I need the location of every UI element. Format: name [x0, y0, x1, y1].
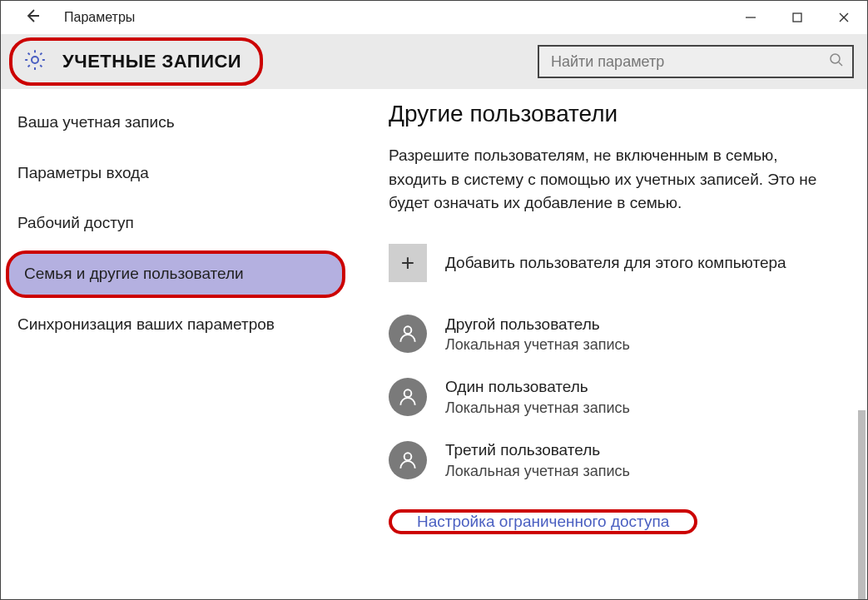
avatar-icon [389, 315, 427, 353]
plus-icon: + [389, 244, 427, 282]
sidebar-item-label: Синхронизация ваших параметров [17, 315, 275, 333]
user-subtitle: Локальная учетная запись [445, 461, 630, 481]
svg-point-7 [404, 327, 412, 335]
sidebar-item-label: Ваша учетная запись [17, 113, 175, 131]
svg-point-5 [831, 54, 840, 63]
sidebar-item-label: Параметры входа [17, 164, 149, 181]
section-description: Разрешите пользователям, не включенным в… [389, 144, 837, 216]
minimize-button[interactable] [727, 1, 774, 34]
titlebar: Параметры [1, 1, 867, 34]
sidebar-item-sync-settings[interactable]: Синхронизация ваших параметров [1, 300, 350, 350]
assigned-access-link[interactable]: Настройка ограниченного доступа [392, 503, 694, 540]
window-controls [727, 1, 867, 34]
search-icon [829, 52, 844, 71]
header-band: УЧЕТНЫЕ ЗАПИСИ [1, 34, 867, 89]
content-pane: Другие пользователи Разрешите пользовате… [350, 89, 867, 600]
section-title: Другие пользователи [389, 101, 837, 127]
page-title-wrap: УЧЕТНЫЕ ЗАПИСИ [9, 37, 263, 86]
add-user-label: Добавить пользователя для этого компьюте… [445, 254, 786, 272]
user-meta: Третий пользователь Локальная учетная за… [445, 439, 630, 481]
svg-rect-1 [793, 13, 801, 22]
back-arrow-icon[interactable] [16, 2, 49, 33]
user-row[interactable]: Один пользователь Локальная учетная запи… [389, 376, 837, 418]
avatar-icon [389, 378, 427, 416]
user-name: Другой пользователь [445, 314, 630, 335]
svg-point-9 [404, 454, 412, 461]
add-user-button[interactable]: + Добавить пользователя для этого компью… [389, 244, 837, 282]
svg-point-4 [32, 57, 38, 63]
maximize-button[interactable] [774, 1, 821, 34]
page-heading: УЧЕТНЫЕ ЗАПИСИ [62, 51, 241, 72]
user-meta: Один пользователь Локальная учетная запи… [445, 376, 630, 418]
sidebar-item-family-other-users[interactable]: Семья и другие пользователи [6, 250, 345, 298]
assigned-access-link-wrap: Настройка ограниченного доступа [389, 509, 697, 534]
user-row[interactable]: Третий пользователь Локальная учетная за… [389, 439, 837, 481]
user-row[interactable]: Другой пользователь Локальная учетная за… [389, 314, 837, 355]
close-button[interactable] [821, 1, 867, 34]
sidebar-item-label: Семья и другие пользователи [24, 265, 244, 282]
user-meta: Другой пользователь Локальная учетная за… [445, 314, 630, 355]
user-subtitle: Локальная учетная запись [445, 398, 630, 418]
sidebar: Ваша учетная запись Параметры входа Рабо… [1, 89, 350, 600]
search-box[interactable] [538, 45, 854, 78]
user-subtitle: Локальная учетная запись [445, 335, 630, 355]
scrollbar-track[interactable] [854, 177, 866, 599]
scrollbar-thumb[interactable] [858, 410, 866, 600]
avatar-icon [389, 441, 427, 479]
sidebar-item-signin-options[interactable]: Параметры входа [1, 148, 350, 199]
window-title: Параметры [64, 10, 135, 25]
user-name: Третий пользователь [445, 439, 630, 461]
sidebar-item-work-access[interactable]: Рабочий доступ [1, 198, 350, 249]
svg-point-8 [404, 390, 412, 398]
svg-line-6 [839, 62, 842, 66]
search-input[interactable] [551, 53, 829, 71]
sidebar-item-your-account[interactable]: Ваша учетная запись [1, 97, 350, 148]
gear-icon [22, 47, 47, 76]
sidebar-item-label: Рабочий доступ [17, 214, 134, 231]
user-name: Один пользователь [445, 376, 630, 398]
